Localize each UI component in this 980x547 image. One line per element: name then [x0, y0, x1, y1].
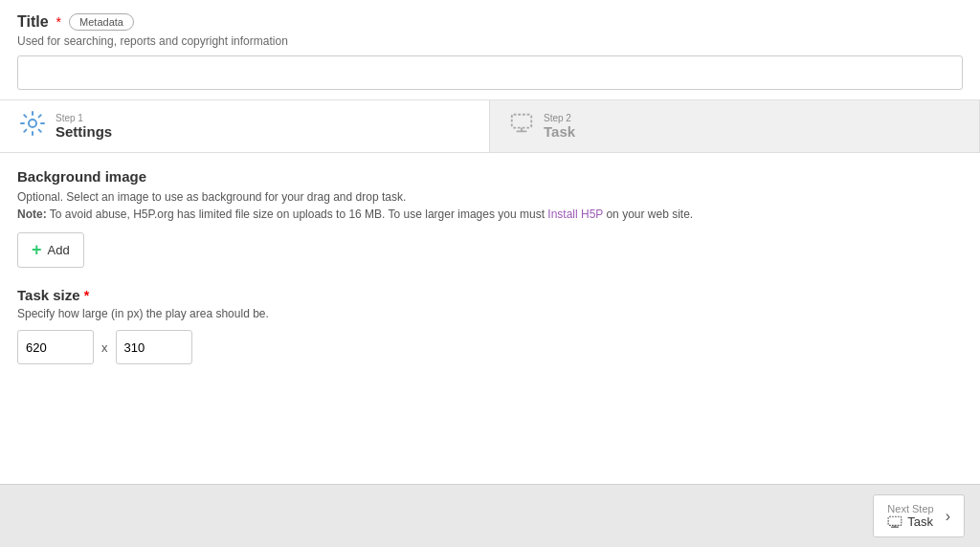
note-bold: Note:: [17, 208, 47, 221]
footer: Next Step Task ›: [0, 484, 980, 547]
task-size-required: *: [84, 288, 89, 303]
next-step-task-row: Task: [887, 514, 933, 529]
next-step-task-label: Task: [907, 514, 933, 529]
monitor-icon: [509, 111, 534, 142]
background-image-section: Background image Optional. Select an ima…: [17, 168, 963, 283]
gear-icon: [19, 110, 46, 142]
background-image-note: Note: To avoid abuse, H5P.org has limite…: [17, 208, 963, 221]
step-tab-settings[interactable]: Step 1 Settings: [0, 100, 490, 152]
width-input[interactable]: [17, 330, 94, 364]
title-row: Title * Metadata: [17, 13, 963, 31]
main-content: Background image Optional. Select an ima…: [0, 153, 980, 484]
plus-icon: +: [32, 240, 42, 260]
step2-name: Task: [544, 123, 575, 140]
note-suffix: on your web site.: [603, 208, 693, 221]
task-size-label: Task size *: [17, 287, 963, 303]
background-image-title: Background image: [17, 168, 963, 185]
next-step-button[interactable]: Next Step Task ›: [873, 494, 965, 537]
height-input[interactable]: [116, 330, 192, 364]
title-label: Title: [17, 13, 49, 31]
background-image-desc: Optional. Select an image to use as back…: [17, 190, 963, 204]
add-image-button[interactable]: + Add: [17, 232, 84, 268]
next-step-content: Next Step Task: [887, 503, 933, 529]
title-description: Used for searching, reports and copyrigh…: [17, 34, 963, 48]
step2-number: Step 2: [544, 113, 575, 123]
title-section: Title * Metadata Used for searching, rep…: [0, 0, 980, 100]
install-h5p-link[interactable]: Install H5P: [547, 208, 603, 221]
svg-rect-1: [512, 115, 531, 128]
svg-point-0: [29, 120, 36, 127]
step2-text: Step 2 Task: [544, 113, 575, 140]
step1-number: Step 1: [56, 113, 112, 123]
title-required-star: *: [56, 14, 61, 30]
svg-rect-4: [889, 516, 902, 525]
steps-tabs: Step 1 Settings Step 2 Task: [0, 100, 980, 153]
task-monitor-icon: [887, 515, 902, 529]
size-separator: x: [101, 340, 108, 355]
task-size-section: Task size * Specify how large (in px) th…: [17, 287, 963, 364]
step1-name: Settings: [56, 123, 112, 140]
add-button-label: Add: [48, 243, 70, 257]
note-text: To avoid abuse, H5P.org has limited file…: [47, 208, 548, 221]
step-tab-task[interactable]: Step 2 Task: [490, 100, 980, 152]
metadata-button[interactable]: Metadata: [69, 13, 134, 31]
title-input[interactable]: [17, 55, 963, 90]
step1-text: Step 1 Settings: [56, 113, 112, 140]
task-size-desc: Specify how large (in px) the play area …: [17, 307, 963, 320]
size-inputs: x: [17, 330, 963, 364]
page-wrapper: Title * Metadata Used for searching, rep…: [0, 0, 980, 547]
next-step-label: Next Step: [887, 503, 933, 514]
chevron-right-icon: ›: [946, 508, 950, 525]
